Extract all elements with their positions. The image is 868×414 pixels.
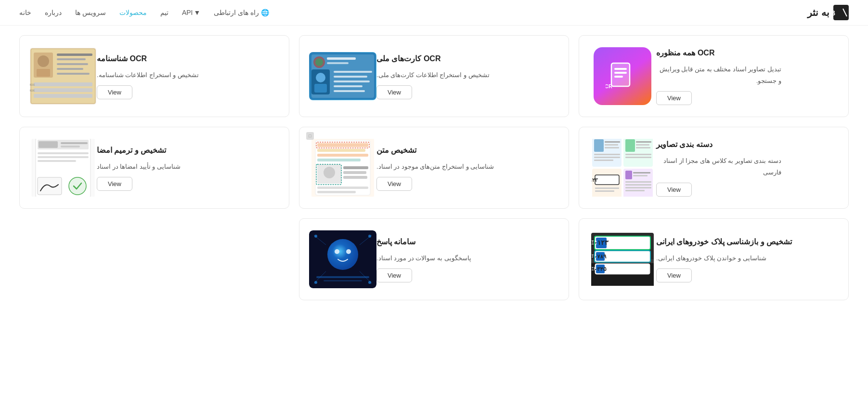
view-button-license-plate[interactable]: View — [656, 268, 692, 282]
svg-rect-55 — [595, 187, 619, 189]
nav-item-contact[interactable]: 🌐 راه های ارتباطی — [214, 9, 269, 16]
svg-rect-21 — [334, 90, 365, 92]
svg-rect-61 — [625, 181, 651, 183]
card-title-doc-classify: دسته بندی تصاویر — [656, 139, 713, 150]
svg-rect-5 — [614, 72, 627, 74]
card-title-answer-bot: سامانه پاسخ — [376, 236, 415, 248]
svg-rect-44 — [594, 160, 613, 161]
svg-rect-84 — [61, 142, 88, 144]
text-detect-visual — [311, 139, 374, 197]
svg-rect-74 — [343, 171, 366, 174]
products-grid: OCR همه منظوره تبدیل تصاویر اسناد مختلف … — [19, 35, 849, 300]
card-title-text-detect: تشخیص متن — [376, 145, 416, 156]
svg-rect-77 — [317, 191, 356, 193]
svg-rect-42 — [594, 154, 620, 155]
card-desc-passport: تشخیص و استخراج اطلاعات شناسنامه. — [97, 69, 199, 80]
svg-point-117 — [368, 235, 371, 238]
view-button-passport[interactable]: View — [97, 85, 132, 99]
card-text-ocr-general: OCR همه منظوره تبدیل تصاویر اسناد مختلف … — [656, 47, 839, 105]
answer-bot-visual — [309, 230, 376, 288]
dropdown-arrow-icon: ▼ — [194, 9, 200, 16]
svg-rect-56 — [595, 190, 614, 192]
svg-rect-41 — [605, 147, 619, 148]
card-title-ocr-general: OCR همه منظوره — [656, 47, 714, 59]
passport-visual: PIRMXXXXXXXXXXXXXXXXXXXXXXXXXXXXXXXX 123… — [30, 48, 96, 105]
signature-visual — [32, 139, 94, 197]
svg-text:OCR: OCR — [606, 83, 612, 89]
product-card-passport: OCR شناسنامه تشخیص و استخراج اطلاعات شنا… — [19, 35, 289, 117]
svg-rect-86 — [38, 152, 89, 154]
svg-rect-40 — [605, 144, 618, 146]
product-card-signature: تشخیص و ترمیم امضا شناسایی و تأیید امضاه… — [19, 127, 289, 209]
svg-rect-19 — [334, 80, 370, 82]
svg-point-119 — [368, 281, 371, 284]
card-title-license-plate: تشخیص و بازشناسی پلاک خودروهای ایرانی — [656, 236, 792, 248]
card-desc-doc-classify: دسته بندی تصاویر به کلاس های مجزا از اسن… — [656, 155, 781, 178]
svg-rect-17 — [334, 71, 372, 73]
license-plate-visual: IR ۱۲۳-ع-۴۵۶ IR ۷۸۹-ب-۰۱۲ IR ۳۴۵-ج-۶۷۸ — [591, 233, 654, 286]
nav-item-api[interactable]: ▼ API — [182, 9, 200, 16]
view-button-answer-bot[interactable]: View — [376, 268, 412, 282]
card-image-text-detect — [309, 139, 376, 197]
nav-logo[interactable]: B به نثر — [807, 5, 849, 20]
card-image-answer-bot — [309, 230, 376, 288]
svg-rect-43 — [594, 157, 620, 158]
view-button-text-detect[interactable]: View — [376, 177, 412, 191]
view-button-signature[interactable]: View — [97, 177, 132, 191]
svg-rect-64 — [625, 190, 645, 191]
svg-rect-26 — [37, 69, 50, 77]
svg-rect-63 — [625, 187, 651, 188]
svg-point-109 — [327, 239, 358, 270]
view-button-national-id[interactable]: View — [376, 85, 412, 99]
svg-rect-3 — [611, 63, 630, 86]
svg-rect-121 — [324, 280, 362, 281]
product-card-text-detect: □ تشخیص متن شناسایی و استخراج متن‌های مو… — [299, 127, 569, 209]
card-text-signature: تشخیص و ترمیم امضا شناسایی و تأیید امضاه… — [97, 145, 279, 191]
svg-rect-76 — [317, 187, 368, 189]
svg-rect-75 — [343, 176, 367, 179]
svg-point-25 — [38, 55, 49, 67]
card-text-answer-bot: سامانه پاسخ پاسخگویی به سوالات در مورد ا… — [376, 236, 559, 282]
nav-item-services[interactable]: سرویس ها — [75, 9, 106, 16]
main-content: OCR همه منظوره تبدیل تصاویر اسناد مختلف … — [0, 26, 868, 310]
nav-links: 🌐 راه های ارتباطی ▼ API تیم محصولات سروی… — [19, 9, 269, 16]
card-title-signature: تشخیص و ترمیم امضا — [97, 145, 166, 156]
view-button-ocr-general[interactable]: View — [656, 91, 692, 105]
svg-text:PIRMXXXXXXXXXXXXXXXXXXXXXXXXXX: PIRMXXXXXXXXXXXXXXXXXXXXXXXXXXXXXXXX — [30, 83, 35, 86]
svg-rect-70 — [317, 159, 361, 161]
svg-rect-47 — [636, 141, 651, 143]
card-image-doc-classify: ۱۲۳-ق۴۵ — [589, 139, 656, 197]
svg-rect-6 — [614, 76, 623, 78]
ocr-general-icon: OCR — [594, 47, 651, 105]
card-desc-signature: شناسایی و تأیید امضاها در اسناد — [97, 161, 181, 172]
svg-rect-28 — [57, 58, 86, 60]
svg-text:B: B — [833, 9, 835, 17]
svg-rect-30 — [57, 68, 83, 70]
card-text-doc-classify: دسته بندی تصاویر دسته بندی تصاویر به کلا… — [656, 139, 839, 197]
card-text-text-detect: تشخیص متن شناسایی و استخراج متن‌های موجو… — [376, 145, 559, 191]
svg-point-111 — [346, 249, 351, 254]
svg-rect-88 — [38, 160, 76, 162]
doc-classify-visual: ۱۲۳-ق۴۵ — [591, 139, 654, 197]
card-desc-national-id: تشخیص و استخراج اطلاعات کارت‌های ملی. — [376, 69, 490, 80]
svg-rect-69 — [317, 154, 368, 157]
nav-item-team[interactable]: تیم — [160, 9, 168, 16]
view-button-doc-classify[interactable]: View — [656, 183, 692, 197]
svg-rect-59 — [633, 172, 650, 174]
card-image-license-plate: IR ۱۲۳-ع-۴۵۶ IR ۷۸۹-ب-۰۱۲ IR ۳۴۵-ج-۶۷۸ — [589, 230, 656, 288]
svg-point-11 — [315, 58, 323, 66]
logo-text: به نثر — [807, 7, 829, 18]
nav-item-products[interactable]: محصولات — [119, 9, 147, 16]
svg-point-110 — [335, 249, 339, 254]
svg-rect-68 — [317, 149, 365, 152]
card-desc-ocr-general: تبدیل تصاویر اسناد مختلف به متن قابل ویر… — [656, 64, 781, 86]
svg-rect-4 — [614, 68, 627, 70]
svg-rect-83 — [39, 141, 58, 148]
svg-text:۱۲۳-ع-۴۵۶: ۱۲۳-ع-۴۵۶ — [591, 239, 609, 247]
svg-rect-32 — [34, 82, 92, 86]
svg-rect-49 — [636, 147, 650, 148]
nav-item-about[interactable]: درباره — [45, 9, 62, 16]
svg-rect-58 — [625, 171, 632, 179]
nav-item-home[interactable]: خانه — [19, 9, 31, 16]
svg-rect-60 — [633, 175, 648, 176]
